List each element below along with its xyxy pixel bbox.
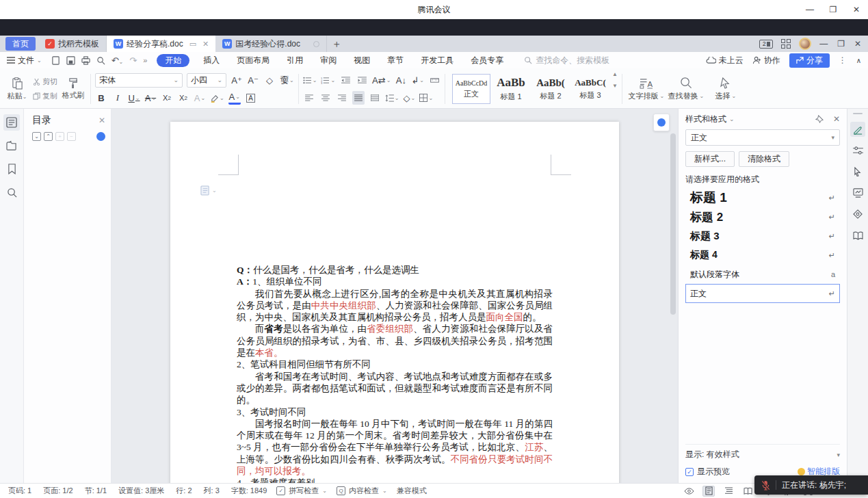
command-search[interactable]: 查找命令、搜索模板 bbox=[524, 55, 609, 66]
user-avatar[interactable] bbox=[799, 38, 811, 50]
outline-demote-icon[interactable]: − bbox=[67, 132, 76, 141]
style-list-item[interactable]: 标题 3↵ bbox=[685, 226, 840, 246]
chapter-pane-icon[interactable] bbox=[3, 137, 20, 154]
outline-close-icon[interactable]: ✕ bbox=[98, 116, 105, 125]
menu-tab-会员专享[interactable]: 会员专享 bbox=[471, 55, 503, 66]
char-scale-button[interactable]: A⇄ bbox=[372, 73, 391, 87]
save-icon[interactable] bbox=[66, 56, 75, 65]
page-view-icon[interactable] bbox=[702, 486, 715, 497]
meeting-close-button[interactable]: ✕ bbox=[845, 0, 868, 19]
cloud-status[interactable]: 未上云 bbox=[706, 55, 744, 66]
tab-close-icon[interactable]: ✕ bbox=[202, 40, 209, 49]
clear-format-button[interactable]: 清除格式 bbox=[739, 151, 789, 167]
file-menu[interactable]: 文件 ⌄ bbox=[7, 55, 42, 66]
search-pane-icon[interactable] bbox=[3, 184, 20, 200]
font-color-button[interactable]: A bbox=[228, 91, 241, 105]
status-item[interactable]: 页码: 1 bbox=[8, 486, 31, 496]
style-list-item[interactable]: 标题 1↵ bbox=[685, 188, 840, 207]
align-right-button[interactable] bbox=[336, 91, 348, 105]
line-spacing-button[interactable] bbox=[385, 91, 399, 105]
menu-tab-页面布局[interactable]: 页面布局 bbox=[237, 55, 269, 66]
styles-tool-icon[interactable] bbox=[850, 122, 865, 137]
superscript-button[interactable]: X2 bbox=[161, 91, 173, 105]
home-tab-button[interactable]: 首页 bbox=[5, 37, 36, 51]
menu-tab-开发工具[interactable]: 开发工具 bbox=[421, 55, 453, 66]
status-item[interactable]: 设置值: 3厘米 bbox=[118, 486, 164, 496]
align-center-button[interactable] bbox=[319, 91, 332, 105]
document-tab[interactable]: W经验分享稿.doc▭✕ bbox=[107, 36, 215, 52]
underline-button[interactable]: U bbox=[128, 91, 140, 105]
meeting-minimize-button[interactable]: — bbox=[798, 0, 821, 19]
align-left-button[interactable] bbox=[303, 91, 315, 105]
apps-grid-icon[interactable] bbox=[781, 39, 791, 49]
style-gallery-down-icon[interactable]: ▼ bbox=[612, 83, 618, 89]
status-item[interactable]: 字数: 1849 bbox=[231, 486, 267, 496]
status-item[interactable]: 节: 1/1 bbox=[85, 486, 107, 496]
print-icon[interactable] bbox=[81, 56, 90, 65]
style-card[interactable]: AaBb标题 1 bbox=[492, 74, 530, 104]
style-card[interactable]: AaBbC(标题 3 bbox=[571, 74, 609, 104]
format-painter-button[interactable]: 格式刷 bbox=[60, 71, 86, 107]
resource-tool-icon[interactable] bbox=[850, 207, 865, 222]
shading-button[interactable]: ◇ bbox=[403, 91, 415, 105]
paste-button[interactable]: 粘贴⌄ bbox=[4, 71, 30, 107]
document-tab[interactable]: ✓找稻壳模板 bbox=[38, 36, 107, 52]
window-switch-icon[interactable]: 2 bbox=[759, 40, 773, 49]
outline-view-icon[interactable] bbox=[722, 486, 735, 497]
style-list-item[interactable]: 标题 4↵ bbox=[685, 246, 840, 265]
select-tool-button[interactable]: 选择 bbox=[706, 71, 746, 107]
browse-object-widget[interactable] bbox=[653, 114, 670, 131]
decrease-indent-button[interactable] bbox=[339, 73, 352, 87]
outline-pane-icon[interactable] bbox=[3, 114, 20, 131]
style-gallery-up-icon[interactable]: ▲ bbox=[612, 71, 618, 77]
italic-button[interactable]: I bbox=[111, 91, 124, 105]
reader-tool-icon[interactable] bbox=[850, 228, 865, 243]
vertical-scrollbar[interactable] bbox=[670, 133, 676, 479]
style-list-item[interactable]: 正文↵ bbox=[685, 284, 840, 303]
text-effects-button[interactable]: A bbox=[194, 91, 206, 105]
bullet-list-button[interactable] bbox=[303, 73, 317, 87]
menu-tab-引用[interactable]: 引用 bbox=[287, 55, 303, 66]
style-list-item[interactable]: 默认段落字体a bbox=[685, 265, 840, 284]
char-shading-button[interactable]: A bbox=[245, 91, 257, 105]
bold-button[interactable]: B bbox=[95, 91, 107, 105]
select-tool-icon[interactable] bbox=[850, 164, 865, 179]
new-style-button[interactable]: 新样式... bbox=[685, 151, 735, 167]
font-size-select[interactable]: 小四⌄ bbox=[187, 73, 226, 88]
sort-button[interactable]: A↓ bbox=[395, 73, 407, 87]
status-item[interactable]: 列: 3 bbox=[204, 486, 220, 496]
find-replace-button[interactable]: 查找替换 bbox=[666, 71, 706, 107]
document-text[interactable]: Q：什么是国考，什么是省考，什么是选调生A：1、组织单位不同我们首先要从概念上进… bbox=[237, 264, 553, 483]
numbered-list-button[interactable]: 123 bbox=[321, 73, 335, 87]
status-item[interactable]: 行: 2 bbox=[176, 486, 192, 496]
wps-minimize-button[interactable]: — bbox=[819, 39, 828, 49]
phonetic-guide-button[interactable]: 嫑 bbox=[280, 73, 294, 87]
wps-restore-button[interactable]: ❐ bbox=[837, 39, 845, 49]
smart-outline-icon[interactable] bbox=[96, 132, 105, 141]
spell-check-button[interactable]: ✓ 拼写检查⌄ bbox=[276, 486, 327, 496]
style-card[interactable]: AaBb(标题 2 bbox=[531, 74, 570, 104]
text-direction-button[interactable]: ↲ bbox=[411, 73, 424, 87]
outline-collapse-icon[interactable]: ⌃ bbox=[44, 132, 53, 141]
more-quick-icons[interactable]: » bbox=[143, 56, 147, 64]
menu-tab-home-active[interactable]: 开始 bbox=[157, 54, 189, 67]
document-canvas[interactable]: ⌄ Q：什么是国考，什么是省考，什么是选调生A：1、组织单位不同我们首先要从概念… bbox=[111, 109, 678, 483]
eye-protect-icon[interactable] bbox=[683, 486, 695, 497]
show-preview-checkbox[interactable]: ✓ bbox=[685, 468, 694, 476]
close-panel-icon[interactable]: ✕ bbox=[833, 114, 840, 124]
new-doc-icon[interactable] bbox=[51, 56, 60, 65]
grow-font-button[interactable]: A⁺ bbox=[231, 73, 243, 87]
strip-drag-handle[interactable] bbox=[853, 113, 863, 114]
style-card[interactable]: AaBbCcDd正文 bbox=[452, 74, 490, 104]
meeting-restore-button[interactable]: ❐ bbox=[821, 0, 845, 19]
menu-tab-章节[interactable]: 章节 bbox=[387, 55, 404, 66]
paste-options-icon[interactable]: ⌄ bbox=[200, 185, 217, 196]
cut-button[interactable]: 剪切 bbox=[33, 77, 57, 87]
redo-icon[interactable]: ↷ bbox=[129, 55, 137, 66]
content-check-button[interactable]: Q 内容检查⌄ bbox=[337, 486, 387, 496]
new-tab-button[interactable]: ＋ bbox=[327, 36, 346, 52]
read-view-icon[interactable] bbox=[742, 486, 754, 497]
distribute-button[interactable] bbox=[369, 91, 381, 105]
chevron-down-icon[interactable]: ⌄ bbox=[729, 116, 735, 122]
increase-indent-button[interactable] bbox=[356, 73, 368, 87]
